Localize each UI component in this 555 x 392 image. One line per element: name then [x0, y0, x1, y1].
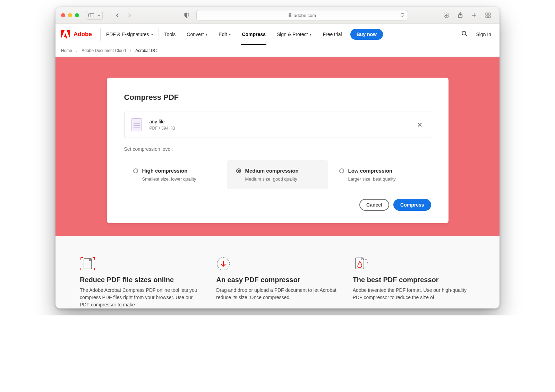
breadcrumb-separator: / [76, 48, 77, 53]
svg-point-9 [462, 31, 466, 35]
chevron-down-icon: ▾ [206, 33, 207, 36]
forward-button[interactable] [125, 11, 135, 20]
option-medium[interactable]: Medium compression Medium size, good qua… [227, 160, 328, 189]
option-high[interactable]: High compression Smallest size, lower qu… [124, 160, 225, 189]
close-window-button[interactable] [61, 13, 65, 17]
nav-label: Edit [219, 32, 227, 37]
adobe-logo[interactable]: Adobe [61, 30, 100, 38]
chevron-down-icon: ▾ [151, 33, 153, 36]
compression-label: Set compression level: [124, 146, 431, 152]
option-title: Medium compression [245, 168, 299, 174]
svg-rect-2 [289, 15, 291, 17]
adobe-logo-icon [61, 30, 70, 38]
nav-convert[interactable]: Convert▾ [181, 24, 213, 45]
chevron-down-icon: ▾ [310, 33, 311, 36]
breadcrumb-cloud[interactable]: Adobe Document Cloud [82, 48, 126, 53]
grid-icon [485, 12, 491, 18]
compression-options: High compression Smallest size, lower qu… [124, 160, 431, 189]
back-button[interactable] [112, 11, 122, 20]
card-actions: Cancel Compress [124, 199, 431, 211]
refresh-icon [400, 12, 405, 17]
breadcrumb-separator: / [130, 48, 131, 53]
sign-in-link[interactable]: Sign In [476, 32, 491, 37]
feature-title: An easy PDF compressor [216, 276, 339, 284]
svg-rect-5 [486, 13, 488, 15]
file-info: any file PDF • 394 KB [150, 119, 175, 131]
reduce-size-icon [80, 256, 202, 272]
nav-label: Free trial [323, 32, 342, 37]
compress-button[interactable]: Compress [393, 199, 431, 211]
tab-overview-button[interactable] [482, 12, 494, 18]
svg-rect-7 [486, 16, 488, 18]
svg-line-10 [466, 35, 467, 36]
feature-col-1: Reduce PDF file sizes online The Adobe A… [80, 256, 202, 308]
breadcrumb-current: Acrobat DC [135, 48, 157, 53]
nav-sign[interactable]: Sign & Protect▾ [271, 24, 317, 45]
svg-rect-0 [88, 14, 94, 17]
file-icon [131, 118, 142, 131]
category-dropdown[interactable]: PDF & E-signatures ▾ [101, 24, 159, 45]
breadcrumb-home[interactable]: Home [61, 48, 72, 53]
option-title: High compression [142, 168, 188, 174]
option-low[interactable]: Low compression Larger size, best qualit… [330, 160, 431, 189]
nav-trial[interactable]: Free trial [317, 24, 347, 45]
nav-edit[interactable]: Edit▾ [213, 24, 236, 45]
buy-now-button[interactable]: Buy now [350, 29, 383, 40]
close-icon [417, 122, 422, 127]
chevron-down-icon: ▾ [229, 33, 231, 36]
option-title: Low compression [348, 168, 393, 174]
site-header: Adobe PDF & E-signatures ▾ Tools Convert… [56, 24, 500, 45]
safari-toolbar: adobe.com [56, 7, 500, 24]
sidebar-group [86, 11, 103, 20]
card-title: Compress PDF [124, 93, 431, 102]
address-bar[interactable]: adobe.com [196, 10, 408, 20]
option-sub: Larger size, best quality [339, 176, 422, 182]
minimize-window-button[interactable] [68, 13, 72, 17]
refresh-button[interactable] [400, 12, 405, 18]
feature-col-3: The best PDF compressor Adobe invented t… [353, 256, 475, 308]
nav-label: Compress [242, 32, 265, 37]
cancel-button[interactable]: Cancel [359, 199, 389, 211]
easy-compressor-icon [216, 256, 339, 272]
category-label: PDF & E-signatures [106, 32, 149, 37]
feature-body: The Adobe Acrobat Compress PDF online to… [80, 287, 202, 308]
browser-window: adobe.com Adobe [56, 7, 500, 308]
share-button[interactable] [454, 12, 466, 18]
nav-compress[interactable]: Compress [236, 24, 271, 45]
nav-label: Convert [187, 32, 204, 37]
chevron-left-icon [116, 13, 119, 18]
new-tab-button[interactable] [468, 12, 480, 18]
option-sub: Medium size, good quality [236, 176, 319, 182]
file-meta: PDF • 394 KB [150, 126, 175, 131]
file-row: any file PDF • 394 KB [124, 112, 431, 138]
downloads-button[interactable] [441, 12, 452, 18]
svg-rect-8 [488, 16, 490, 18]
search-button[interactable] [461, 31, 468, 38]
sidebar-icon [88, 13, 94, 17]
feature-title: Reduce PDF file sizes online [80, 276, 202, 284]
feature-body: Adobe invented the PDF format. Use our h… [353, 287, 475, 301]
lock-icon [288, 13, 292, 18]
feature-title: The best PDF compressor [353, 276, 475, 284]
radio-icon [133, 168, 138, 173]
window-controls [61, 13, 79, 17]
svg-rect-6 [488, 13, 490, 15]
share-icon [458, 12, 463, 18]
chevron-right-icon [128, 13, 131, 18]
plus-icon [471, 12, 477, 18]
fullscreen-window-button[interactable] [75, 13, 79, 17]
search-icon [461, 31, 468, 37]
option-sub: Smallest size, lower quality [133, 176, 216, 182]
nav-tools[interactable]: Tools [159, 24, 181, 45]
sidebar-toggle-button[interactable] [86, 11, 96, 20]
remove-file-button[interactable] [416, 121, 424, 129]
breadcrumb: Home / Adobe Document Cloud / Acrobat DC [56, 45, 500, 57]
feature-col-2: An easy PDF compressor Drag and drop or … [216, 256, 339, 308]
main-nav: Tools Convert▾ Edit▾ Compress Sign & Pro… [159, 24, 383, 45]
nav-label: Sign & Protect [277, 32, 308, 37]
sidebar-dropdown-button[interactable] [96, 11, 103, 20]
compress-card: Compress PDF any file PDF • 394 KB Set c… [107, 78, 449, 223]
hero-area: Compress PDF any file PDF • 394 KB Set c… [56, 57, 500, 236]
privacy-report-button[interactable] [182, 11, 191, 20]
brand-name: Adobe [74, 31, 92, 38]
